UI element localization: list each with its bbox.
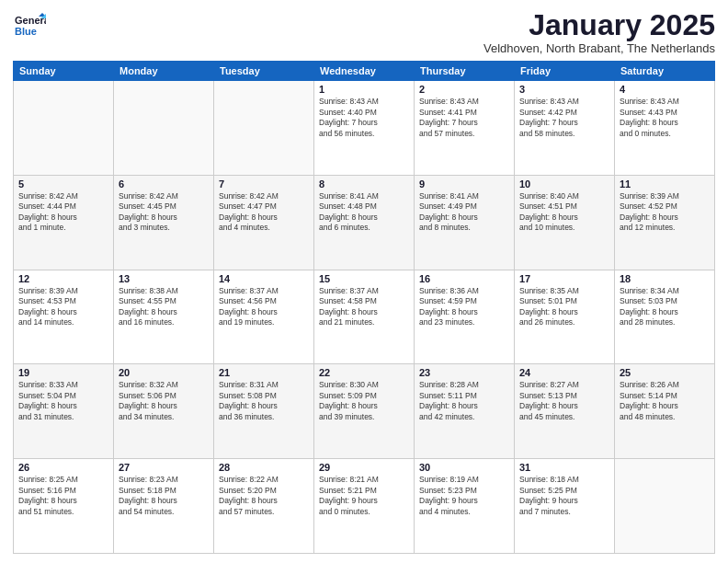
calendar-cell: 25Sunrise: 8:26 AM Sunset: 5:14 PM Dayli… bbox=[615, 364, 715, 459]
day-info: Sunrise: 8:19 AM Sunset: 5:23 PM Dayligh… bbox=[419, 475, 509, 517]
day-info: Sunrise: 8:33 AM Sunset: 5:04 PM Dayligh… bbox=[18, 380, 108, 422]
day-number: 25 bbox=[620, 367, 710, 378]
day-info: Sunrise: 8:34 AM Sunset: 5:03 PM Dayligh… bbox=[620, 286, 710, 328]
calendar-cell: 6Sunrise: 8:42 AM Sunset: 4:45 PM Daylig… bbox=[114, 175, 214, 270]
col-monday: Monday bbox=[114, 62, 214, 81]
day-number: 26 bbox=[18, 462, 108, 473]
subtitle: Veldhoven, North Brabant, The Netherland… bbox=[483, 41, 715, 55]
calendar-cell: 29Sunrise: 8:21 AM Sunset: 5:21 PM Dayli… bbox=[314, 459, 415, 554]
day-info: Sunrise: 8:18 AM Sunset: 5:25 PM Dayligh… bbox=[519, 475, 609, 517]
col-sunday: Sunday bbox=[14, 62, 114, 81]
day-info: Sunrise: 8:22 AM Sunset: 5:20 PM Dayligh… bbox=[219, 475, 309, 517]
day-info: Sunrise: 8:43 AM Sunset: 4:41 PM Dayligh… bbox=[419, 97, 509, 139]
day-number: 2 bbox=[419, 84, 509, 95]
calendar-cell: 12Sunrise: 8:39 AM Sunset: 4:53 PM Dayli… bbox=[14, 270, 114, 364]
day-number: 5 bbox=[18, 178, 108, 190]
day-info: Sunrise: 8:30 AM Sunset: 5:09 PM Dayligh… bbox=[319, 380, 409, 422]
logo: General Blue bbox=[13, 9, 46, 42]
calendar-cell: 7Sunrise: 8:42 AM Sunset: 4:47 PM Daylig… bbox=[214, 175, 314, 270]
col-friday: Friday bbox=[515, 62, 615, 81]
day-number: 31 bbox=[519, 462, 609, 473]
day-number: 30 bbox=[419, 462, 509, 473]
day-number: 27 bbox=[119, 462, 209, 473]
day-info: Sunrise: 8:27 AM Sunset: 5:13 PM Dayligh… bbox=[519, 380, 609, 422]
day-info: Sunrise: 8:25 AM Sunset: 5:16 PM Dayligh… bbox=[18, 475, 108, 517]
day-info: Sunrise: 8:42 AM Sunset: 4:44 PM Dayligh… bbox=[18, 191, 108, 234]
day-info: Sunrise: 8:26 AM Sunset: 5:14 PM Dayligh… bbox=[620, 380, 710, 422]
calendar-cell: 11Sunrise: 8:39 AM Sunset: 4:52 PM Dayli… bbox=[615, 175, 715, 270]
day-info: Sunrise: 8:39 AM Sunset: 4:52 PM Dayligh… bbox=[620, 191, 710, 234]
day-info: Sunrise: 8:37 AM Sunset: 4:56 PM Dayligh… bbox=[219, 286, 309, 328]
calendar-cell: 3Sunrise: 8:43 AM Sunset: 4:42 PM Daylig… bbox=[515, 81, 615, 176]
day-info: Sunrise: 8:43 AM Sunset: 4:42 PM Dayligh… bbox=[519, 97, 609, 139]
day-number: 3 bbox=[519, 84, 609, 95]
day-info: Sunrise: 8:41 AM Sunset: 4:49 PM Dayligh… bbox=[419, 191, 509, 234]
day-info: Sunrise: 8:36 AM Sunset: 4:59 PM Dayligh… bbox=[419, 286, 509, 328]
calendar-cell: 27Sunrise: 8:23 AM Sunset: 5:18 PM Dayli… bbox=[114, 459, 214, 554]
calendar-cell: 31Sunrise: 8:18 AM Sunset: 5:25 PM Dayli… bbox=[515, 459, 615, 554]
calendar-cell: 8Sunrise: 8:41 AM Sunset: 4:48 PM Daylig… bbox=[314, 175, 415, 270]
day-number: 18 bbox=[620, 273, 710, 284]
calendar-cell: 30Sunrise: 8:19 AM Sunset: 5:23 PM Dayli… bbox=[415, 459, 515, 554]
calendar-cell: 17Sunrise: 8:35 AM Sunset: 5:01 PM Dayli… bbox=[515, 270, 615, 364]
day-info: Sunrise: 8:39 AM Sunset: 4:53 PM Dayligh… bbox=[18, 286, 108, 328]
calendar-cell: 10Sunrise: 8:40 AM Sunset: 4:51 PM Dayli… bbox=[515, 175, 615, 270]
day-info: Sunrise: 8:43 AM Sunset: 4:40 PM Dayligh… bbox=[319, 97, 409, 139]
calendar-cell: 16Sunrise: 8:36 AM Sunset: 4:59 PM Dayli… bbox=[415, 270, 515, 364]
day-number: 8 bbox=[319, 178, 409, 190]
calendar-cell: 22Sunrise: 8:30 AM Sunset: 5:09 PM Dayli… bbox=[314, 364, 415, 459]
calendar-cell: 18Sunrise: 8:34 AM Sunset: 5:03 PM Dayli… bbox=[615, 270, 715, 364]
day-number: 23 bbox=[419, 367, 509, 378]
calendar-cell: 5Sunrise: 8:42 AM Sunset: 4:44 PM Daylig… bbox=[14, 175, 114, 270]
day-info: Sunrise: 8:41 AM Sunset: 4:48 PM Dayligh… bbox=[319, 191, 409, 234]
day-info: Sunrise: 8:31 AM Sunset: 5:08 PM Dayligh… bbox=[219, 380, 309, 422]
day-number: 6 bbox=[119, 178, 209, 190]
calendar-cell bbox=[214, 81, 314, 176]
header-row: Sunday Monday Tuesday Wednesday Thursday… bbox=[14, 62, 715, 81]
day-info: Sunrise: 8:32 AM Sunset: 5:06 PM Dayligh… bbox=[119, 380, 209, 422]
title-block: January 2025 Veldhoven, North Brabant, T… bbox=[483, 9, 715, 55]
day-info: Sunrise: 8:42 AM Sunset: 4:45 PM Dayligh… bbox=[119, 191, 209, 234]
day-info: Sunrise: 8:40 AM Sunset: 4:51 PM Dayligh… bbox=[519, 191, 609, 234]
day-info: Sunrise: 8:28 AM Sunset: 5:11 PM Dayligh… bbox=[419, 380, 509, 422]
day-number: 28 bbox=[219, 462, 309, 473]
day-number: 15 bbox=[319, 273, 409, 284]
calendar-cell bbox=[114, 81, 214, 176]
day-number: 22 bbox=[319, 367, 409, 378]
day-number: 16 bbox=[419, 273, 509, 284]
calendar-week-4: 19Sunrise: 8:33 AM Sunset: 5:04 PM Dayli… bbox=[14, 364, 715, 459]
day-number: 17 bbox=[519, 273, 609, 284]
calendar-week-5: 26Sunrise: 8:25 AM Sunset: 5:16 PM Dayli… bbox=[14, 459, 715, 554]
calendar-cell: 1Sunrise: 8:43 AM Sunset: 4:40 PM Daylig… bbox=[314, 81, 415, 176]
logo-icon: General Blue bbox=[13, 9, 46, 42]
day-number: 20 bbox=[119, 367, 209, 378]
day-number: 24 bbox=[519, 367, 609, 378]
col-thursday: Thursday bbox=[415, 62, 515, 81]
day-number: 7 bbox=[219, 178, 309, 190]
calendar-cell: 23Sunrise: 8:28 AM Sunset: 5:11 PM Dayli… bbox=[415, 364, 515, 459]
calendar-cell: 4Sunrise: 8:43 AM Sunset: 4:43 PM Daylig… bbox=[615, 81, 715, 176]
day-info: Sunrise: 8:42 AM Sunset: 4:47 PM Dayligh… bbox=[219, 191, 309, 234]
calendar-cell bbox=[14, 81, 114, 176]
day-number: 14 bbox=[219, 273, 309, 284]
day-number: 9 bbox=[419, 178, 509, 190]
day-number: 19 bbox=[18, 367, 108, 378]
day-info: Sunrise: 8:37 AM Sunset: 4:58 PM Dayligh… bbox=[319, 286, 409, 328]
calendar-cell: 24Sunrise: 8:27 AM Sunset: 5:13 PM Dayli… bbox=[515, 364, 615, 459]
calendar-cell: 2Sunrise: 8:43 AM Sunset: 4:41 PM Daylig… bbox=[415, 81, 515, 176]
calendar-cell bbox=[615, 459, 715, 554]
calendar-table: Sunday Monday Tuesday Wednesday Thursday… bbox=[13, 61, 715, 554]
day-number: 21 bbox=[219, 367, 309, 378]
day-info: Sunrise: 8:35 AM Sunset: 5:01 PM Dayligh… bbox=[519, 286, 609, 328]
day-number: 10 bbox=[519, 178, 609, 190]
day-number: 1 bbox=[319, 84, 409, 95]
calendar-week-3: 12Sunrise: 8:39 AM Sunset: 4:53 PM Dayli… bbox=[14, 270, 715, 364]
calendar-cell: 26Sunrise: 8:25 AM Sunset: 5:16 PM Dayli… bbox=[14, 459, 114, 554]
col-wednesday: Wednesday bbox=[314, 62, 415, 81]
day-number: 13 bbox=[119, 273, 209, 284]
calendar-cell: 19Sunrise: 8:33 AM Sunset: 5:04 PM Dayli… bbox=[14, 364, 114, 459]
calendar-cell: 14Sunrise: 8:37 AM Sunset: 4:56 PM Dayli… bbox=[214, 270, 314, 364]
header: General Blue January 2025 Veldhoven, Nor… bbox=[13, 9, 715, 55]
col-saturday: Saturday bbox=[615, 62, 715, 81]
svg-text:Blue: Blue bbox=[15, 26, 37, 37]
